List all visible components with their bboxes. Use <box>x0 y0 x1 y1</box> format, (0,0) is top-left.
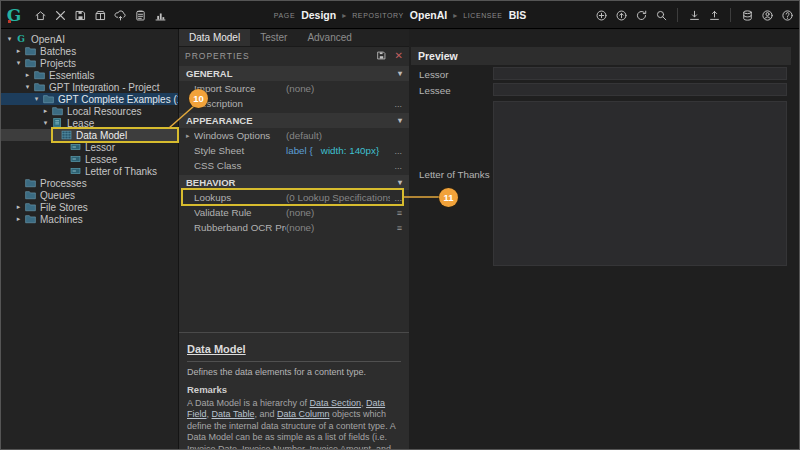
tree-item-label: File Stores <box>40 202 88 213</box>
tab-advanced[interactable]: Advanced <box>297 29 361 46</box>
page-label: PAGE <box>274 12 295 19</box>
tree-expander-icon[interactable]: ▾ <box>41 119 50 127</box>
ellipsis-button[interactable]: ... <box>394 99 402 109</box>
search-icon[interactable] <box>654 8 668 22</box>
close-properties-icon[interactable]: ✕ <box>395 50 403 61</box>
tree-item-queues[interactable]: Queues <box>1 189 179 201</box>
help-title-link[interactable]: Data Model <box>187 343 246 355</box>
content-icon <box>50 117 64 129</box>
preview-textarea-letter-of-thanks[interactable] <box>493 101 787 266</box>
help-link-data-section[interactable]: Data Section <box>310 398 362 408</box>
save-icon[interactable] <box>73 8 87 22</box>
section-header-appearance[interactable]: APPEARANCE▾ <box>179 113 409 128</box>
chevron-down-icon[interactable]: ▾ <box>398 116 402 125</box>
download-icon[interactable] <box>687 8 701 22</box>
tree-item-lessee[interactable]: Lessee <box>1 153 179 165</box>
stats-icon[interactable] <box>153 8 167 22</box>
menu-button[interactable]: ≡ <box>397 223 402 233</box>
repository-label: REPOSITORY <box>352 12 404 19</box>
tree-item-local-resources[interactable]: ▸Local Resources <box>1 105 179 117</box>
tree-item-gpt-integration-project[interactable]: ▾GPT Integration - Project <box>1 81 179 93</box>
help-link-data-column[interactable]: Data Column <box>277 409 330 419</box>
property-label: Validate Rule <box>194 207 286 218</box>
ellipsis-button[interactable]: ... <box>394 146 402 156</box>
tree-item-openai[interactable]: ▾GOpenAI <box>1 33 179 45</box>
tree-item-batches[interactable]: ▸Batches <box>1 45 179 57</box>
tree-item-lessor[interactable]: Lessor <box>1 141 179 153</box>
tree-expander-icon[interactable]: ▸ <box>41 107 50 115</box>
up-circle-icon[interactable] <box>614 8 628 22</box>
section-header-behavior[interactable]: BEHAVIOR▾ <box>179 175 409 190</box>
user-icon[interactable] <box>760 8 774 22</box>
grooper-logo: G <box>1 1 27 29</box>
menu-button[interactable]: ≡ <box>397 208 402 218</box>
property-row-style-sheet[interactable]: Style Sheetlabel { width: 140px}... <box>179 143 409 158</box>
add-circle-icon[interactable] <box>594 8 608 22</box>
property-row-description[interactable]: Description... <box>179 96 409 111</box>
tree-item-label: Letter of Thanks <box>85 166 157 177</box>
property-value[interactable]: label { width: 140px} <box>286 145 390 156</box>
tree-item-label: Data Model <box>76 130 127 141</box>
property-value[interactable]: (none) <box>286 83 402 94</box>
batches-icon[interactable] <box>93 8 107 22</box>
folder-icon <box>32 69 46 81</box>
row-expander-icon[interactable]: ▸ <box>186 132 194 140</box>
repository-value[interactable]: OpenAI <box>410 9 447 21</box>
property-value[interactable]: (default) <box>286 130 402 141</box>
tree-item-gpt-complete-examples-1[interactable]: ▾GPT Complete Examples (1) <box>1 93 179 105</box>
tasks-icon[interactable] <box>133 8 147 22</box>
tools-icon[interactable] <box>53 8 67 22</box>
property-row-validate-rule[interactable]: Validate Rule(none)≡ <box>179 205 409 220</box>
grooper-node-icon: G <box>14 33 28 45</box>
chevron-down-icon[interactable]: ▾ <box>398 178 402 187</box>
section-header-general[interactable]: GENERAL▾ <box>179 66 409 81</box>
property-value[interactable]: (none) <box>286 207 393 218</box>
tree-expander-icon[interactable]: ▾ <box>14 59 23 67</box>
tree-item-machines[interactable]: ▸Machines <box>1 213 179 225</box>
property-row-rubberband-ocr-profile[interactable]: Rubberband OCR Profile(none)≡ <box>179 220 409 235</box>
ellipsis-button[interactable]: ... <box>394 193 402 203</box>
annotation-callout-11: 11 <box>439 188 458 207</box>
tree-item-label: Local Resources <box>67 106 141 117</box>
tree-item-file-stores[interactable]: ▸File Stores <box>1 201 179 213</box>
tree-item-letter-of-thanks[interactable]: Letter of Thanks <box>1 165 179 177</box>
tree-expander-icon[interactable]: ▾ <box>23 83 32 91</box>
tree-item-data-model[interactable]: Data Model <box>1 129 179 141</box>
tree-expander-icon[interactable]: ▸ <box>23 71 32 79</box>
cloud-upload-icon[interactable] <box>113 8 127 22</box>
save-properties-icon[interactable] <box>375 49 389 63</box>
tree-item-essentials[interactable]: ▸Essentials <box>1 69 179 81</box>
tree-expander-icon[interactable]: ▾ <box>32 95 41 103</box>
property-value[interactable]: (0 Lookup Specifications) <box>286 192 390 203</box>
tree-expander-icon[interactable]: ▸ <box>14 203 23 211</box>
ellipsis-button[interactable]: ... <box>394 161 402 171</box>
home-icon[interactable] <box>33 8 47 22</box>
refresh-icon[interactable] <box>634 8 648 22</box>
preview-input-lessor[interactable] <box>493 67 787 80</box>
database-icon[interactable] <box>740 8 754 22</box>
property-row-lookups[interactable]: Lookups(0 Lookup Specifications)... <box>179 190 409 205</box>
tree-item-label: Projects <box>40 58 76 69</box>
tree-item-projects[interactable]: ▾Projects <box>1 57 179 69</box>
chevron-down-icon[interactable]: ▾ <box>398 69 402 78</box>
tree-item-label: Machines <box>40 214 83 225</box>
help-divider <box>187 361 401 362</box>
tab-tester[interactable]: Tester <box>250 29 297 46</box>
help-link-data-table[interactable]: Data Table <box>212 409 255 419</box>
tree-item-processes[interactable]: Processes <box>1 177 179 189</box>
page-value[interactable]: Design <box>301 9 336 21</box>
tree-expander-icon[interactable]: ▸ <box>14 47 23 55</box>
upload-icon[interactable] <box>707 8 721 22</box>
tab-data-model[interactable]: Data Model <box>179 29 250 46</box>
tree-expander-icon[interactable]: ▸ <box>14 215 23 223</box>
tree-item-lease[interactable]: ▾Lease <box>1 117 179 129</box>
preview-input-lessee[interactable] <box>493 83 787 96</box>
property-row-windows-options[interactable]: ▸Windows Options(default) <box>179 128 409 143</box>
property-row-css-class[interactable]: CSS Class... <box>179 158 409 173</box>
tree-expander-icon[interactable]: ▾ <box>5 35 14 43</box>
help-text: , and <box>254 409 277 419</box>
property-row-import-source[interactable]: Import Source(none) <box>179 81 409 96</box>
property-value[interactable]: (none) <box>286 222 393 233</box>
help-icon[interactable] <box>780 8 794 22</box>
top-toolbar: G PAGE Design ▸ REPOSITORY OpenAI ▸ LICE… <box>1 1 799 29</box>
